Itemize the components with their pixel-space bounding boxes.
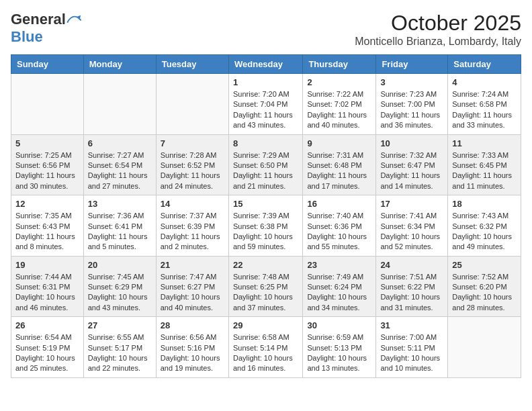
calendar-cell-day-29: 29Sunrise: 6:58 AM Sunset: 5:14 PM Dayli… (228, 317, 302, 378)
header-wednesday: Wednesday (228, 55, 302, 74)
cell-content: Sunrise: 7:20 AM Sunset: 7:04 PM Dayligh… (233, 89, 298, 131)
day-number: 29 (233, 320, 298, 330)
cell-content: Sunrise: 7:28 AM Sunset: 6:52 PM Dayligh… (161, 150, 224, 192)
calendar-cell-day-17: 17Sunrise: 7:41 AM Sunset: 6:34 PM Dayli… (376, 195, 448, 257)
cell-content: Sunrise: 7:40 AM Sunset: 6:36 PM Dayligh… (307, 211, 371, 253)
cell-content: Sunrise: 7:43 AM Sunset: 6:32 PM Dayligh… (452, 211, 517, 253)
cell-content: Sunrise: 7:31 AM Sunset: 6:48 PM Dayligh… (307, 150, 371, 192)
cell-content: Sunrise: 7:29 AM Sunset: 6:50 PM Dayligh… (233, 150, 298, 192)
cell-content: Sunrise: 7:49 AM Sunset: 6:24 PM Dayligh… (307, 272, 371, 314)
calendar-cell-day-11: 11Sunrise: 7:33 AM Sunset: 6:45 PM Dayli… (448, 134, 521, 195)
calendar-cell-day-21: 21Sunrise: 7:47 AM Sunset: 6:27 PM Dayli… (156, 256, 228, 317)
empty-cell (83, 74, 156, 135)
calendar-table: SundayMondayTuesdayWednesdayThursdayFrid… (11, 54, 521, 378)
cell-content: Sunrise: 7:00 AM Sunset: 5:11 PM Dayligh… (380, 332, 443, 374)
calendar-cell-day-3: 3Sunrise: 7:23 AM Sunset: 7:00 PM Daylig… (376, 74, 448, 135)
day-number: 26 (15, 320, 79, 330)
logo-blue-text: Blue (11, 28, 43, 45)
header-saturday: Saturday (448, 55, 521, 74)
cell-content: Sunrise: 7:36 AM Sunset: 6:41 PM Dayligh… (88, 211, 152, 253)
day-number: 24 (380, 260, 443, 270)
page-header: GeneralBlue October 2025 Monticello Bria… (11, 11, 521, 48)
calendar-cell-day-13: 13Sunrise: 7:36 AM Sunset: 6:41 PM Dayli… (83, 195, 156, 257)
cell-content: Sunrise: 6:59 AM Sunset: 5:13 PM Dayligh… (307, 332, 371, 374)
cell-content: Sunrise: 7:27 AM Sunset: 6:54 PM Dayligh… (88, 150, 152, 192)
logo: GeneralBlue (11, 11, 81, 46)
cell-content: Sunrise: 7:24 AM Sunset: 6:58 PM Dayligh… (452, 89, 517, 131)
calendar-header-row: SundayMondayTuesdayWednesdayThursdayFrid… (11, 55, 521, 74)
calendar-title: October 2025 (355, 11, 521, 36)
empty-cell (11, 74, 84, 135)
day-number: 2 (307, 77, 371, 87)
header-tuesday: Tuesday (156, 55, 228, 74)
cell-content: Sunrise: 7:32 AM Sunset: 6:47 PM Dayligh… (380, 150, 443, 192)
calendar-cell-day-15: 15Sunrise: 7:39 AM Sunset: 6:38 PM Dayli… (228, 195, 302, 257)
cell-content: Sunrise: 7:44 AM Sunset: 6:31 PM Dayligh… (15, 272, 79, 314)
logo-general-text: General (11, 11, 66, 28)
cell-content: Sunrise: 7:41 AM Sunset: 6:34 PM Dayligh… (380, 211, 443, 253)
day-number: 15 (233, 199, 298, 209)
calendar-cell-day-31: 31Sunrise: 7:00 AM Sunset: 5:11 PM Dayli… (376, 317, 448, 378)
day-number: 14 (161, 199, 224, 209)
day-number: 11 (452, 138, 517, 148)
cell-content: Sunrise: 6:56 AM Sunset: 5:16 PM Dayligh… (161, 332, 224, 374)
calendar-cell-day-6: 6Sunrise: 7:27 AM Sunset: 6:54 PM Daylig… (83, 134, 156, 195)
calendar-week-row: 12Sunrise: 7:35 AM Sunset: 6:43 PM Dayli… (11, 195, 521, 257)
calendar-cell-day-4: 4Sunrise: 7:24 AM Sunset: 6:58 PM Daylig… (448, 74, 521, 135)
cell-content: Sunrise: 7:51 AM Sunset: 6:22 PM Dayligh… (380, 272, 443, 314)
calendar-cell-day-2: 2Sunrise: 7:22 AM Sunset: 7:02 PM Daylig… (303, 74, 376, 135)
calendar-cell-day-8: 8Sunrise: 7:29 AM Sunset: 6:50 PM Daylig… (228, 134, 302, 195)
calendar-cell-day-18: 18Sunrise: 7:43 AM Sunset: 6:32 PM Dayli… (448, 195, 521, 257)
calendar-week-row: 1Sunrise: 7:20 AM Sunset: 7:04 PM Daylig… (11, 74, 521, 135)
calendar-cell-day-9: 9Sunrise: 7:31 AM Sunset: 6:48 PM Daylig… (303, 134, 376, 195)
calendar-week-row: 19Sunrise: 7:44 AM Sunset: 6:31 PM Dayli… (11, 256, 521, 317)
cell-content: Sunrise: 7:48 AM Sunset: 6:25 PM Dayligh… (233, 272, 298, 314)
title-block: October 2025 Monticello Brianza, Lombard… (355, 11, 521, 48)
day-number: 1 (233, 77, 298, 87)
calendar-cell-day-24: 24Sunrise: 7:51 AM Sunset: 6:22 PM Dayli… (376, 256, 448, 317)
cell-content: Sunrise: 7:25 AM Sunset: 6:56 PM Dayligh… (15, 150, 79, 192)
day-number: 7 (161, 138, 224, 148)
cell-content: Sunrise: 7:22 AM Sunset: 7:02 PM Dayligh… (307, 89, 371, 131)
day-number: 5 (15, 138, 79, 148)
empty-cell (156, 74, 228, 135)
day-number: 17 (380, 199, 443, 209)
empty-cell (448, 317, 521, 378)
calendar-cell-day-26: 26Sunrise: 6:54 AM Sunset: 5:19 PM Dayli… (11, 317, 84, 378)
day-number: 19 (15, 260, 79, 270)
calendar-week-row: 26Sunrise: 6:54 AM Sunset: 5:19 PM Dayli… (11, 317, 521, 378)
cell-content: Sunrise: 7:23 AM Sunset: 7:00 PM Dayligh… (380, 89, 443, 131)
cell-content: Sunrise: 7:52 AM Sunset: 6:20 PM Dayligh… (452, 272, 517, 314)
cell-content: Sunrise: 7:47 AM Sunset: 6:27 PM Dayligh… (161, 272, 224, 314)
day-number: 9 (307, 138, 371, 148)
calendar-subtitle: Monticello Brianza, Lombardy, Italy (355, 36, 521, 48)
header-sunday: Sunday (11, 55, 84, 74)
cell-content: Sunrise: 7:39 AM Sunset: 6:38 PM Dayligh… (233, 211, 298, 253)
calendar-cell-day-12: 12Sunrise: 7:35 AM Sunset: 6:43 PM Dayli… (11, 195, 84, 257)
calendar-cell-day-28: 28Sunrise: 6:56 AM Sunset: 5:16 PM Dayli… (156, 317, 228, 378)
day-number: 16 (307, 199, 371, 209)
day-number: 21 (161, 260, 224, 270)
calendar-cell-day-16: 16Sunrise: 7:40 AM Sunset: 6:36 PM Dayli… (303, 195, 376, 257)
cell-content: Sunrise: 7:35 AM Sunset: 6:43 PM Dayligh… (15, 211, 79, 253)
calendar-cell-day-27: 27Sunrise: 6:55 AM Sunset: 5:17 PM Dayli… (83, 317, 156, 378)
day-number: 28 (161, 320, 224, 330)
logo-icon (66, 13, 81, 26)
day-number: 20 (88, 260, 152, 270)
day-number: 25 (452, 260, 517, 270)
day-number: 18 (452, 199, 517, 209)
calendar-cell-day-14: 14Sunrise: 7:37 AM Sunset: 6:39 PM Dayli… (156, 195, 228, 257)
calendar-cell-day-10: 10Sunrise: 7:32 AM Sunset: 6:47 PM Dayli… (376, 134, 448, 195)
calendar-cell-day-23: 23Sunrise: 7:49 AM Sunset: 6:24 PM Dayli… (303, 256, 376, 317)
day-number: 31 (380, 320, 443, 330)
calendar-cell-day-25: 25Sunrise: 7:52 AM Sunset: 6:20 PM Dayli… (448, 256, 521, 317)
calendar-cell-day-7: 7Sunrise: 7:28 AM Sunset: 6:52 PM Daylig… (156, 134, 228, 195)
cell-content: Sunrise: 6:55 AM Sunset: 5:17 PM Dayligh… (88, 332, 152, 374)
calendar-cell-day-19: 19Sunrise: 7:44 AM Sunset: 6:31 PM Dayli… (11, 256, 84, 317)
cell-content: Sunrise: 6:58 AM Sunset: 5:14 PM Dayligh… (233, 332, 298, 374)
calendar-cell-day-20: 20Sunrise: 7:45 AM Sunset: 6:29 PM Dayli… (83, 256, 156, 317)
day-number: 30 (307, 320, 371, 330)
day-number: 27 (88, 320, 152, 330)
day-number: 22 (233, 260, 298, 270)
day-number: 10 (380, 138, 443, 148)
